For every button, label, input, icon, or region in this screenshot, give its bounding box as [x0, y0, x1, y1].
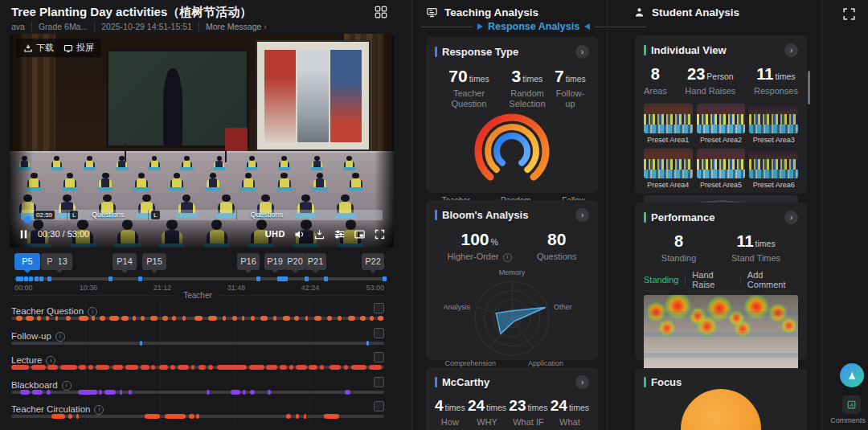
card-mccarthy: McCarthy › 4timesHow24timesWHY23timesWha…: [426, 367, 598, 430]
ai-assistant-button[interactable]: [840, 363, 864, 387]
preset-area-label: Preset Area4: [644, 181, 693, 189]
tab-response-analysis[interactable]: Response Analysis: [421, 21, 646, 32]
card-response-type: Response Type › 70timesTeacher Question3…: [426, 37, 598, 193]
page-button-p19[interactable]: P19: [264, 253, 285, 270]
preset-area-thumb: [749, 149, 798, 178]
page-button-p22[interactable]: P22: [362, 253, 384, 270]
settings-sliders-icon[interactable]: [334, 228, 346, 240]
stat-teacher-question: 70timesTeacher Question: [435, 67, 503, 109]
track-checkbox-blackboard[interactable]: [374, 377, 384, 387]
pip-icon[interactable]: [354, 228, 366, 240]
cast-screen-button[interactable]: 投屏: [63, 42, 94, 54]
meta-item: Grade 6Ma...: [31, 22, 94, 31]
more-message-link[interactable]: More Message›: [199, 22, 273, 31]
page-button-p16[interactable]: P16: [237, 253, 260, 270]
preset-area-thumb: [644, 104, 693, 133]
card-title: Focus: [651, 376, 798, 388]
tab-add-comment[interactable]: Add Comment: [747, 270, 798, 289]
chevron-right-icon[interactable]: ›: [575, 208, 589, 222]
quality-button[interactable]: UHD: [265, 229, 285, 239]
track-checkbox-teacher-circulation[interactable]: [374, 401, 384, 412]
preset-area-4[interactable]: Preset Area4: [644, 149, 693, 189]
seek-marker-l2: L: [151, 211, 159, 219]
preset-area-label: Preset Area1: [644, 136, 693, 144]
chevron-right-icon[interactable]: ›: [784, 211, 798, 224]
preset-area-5[interactable]: Preset Area5: [697, 149, 746, 189]
tab-standing[interactable]: Standing: [644, 275, 678, 285]
card-individual-view: Individual View › 8Areas23PersonHand Rai…: [635, 35, 807, 194]
preset-area-thumb: [749, 104, 798, 133]
volume-icon[interactable]: [293, 228, 305, 240]
card-title: Individual View: [651, 44, 784, 56]
track-checkbox-lecture[interactable]: [374, 352, 384, 362]
page-bar: PP5P13P14P15P16P19P20P21P22: [14, 253, 384, 274]
tab-hand-raise[interactable]: Hand Raise: [692, 270, 734, 289]
comment-edit-icon: [846, 399, 857, 410]
comments-button[interactable]: [842, 395, 861, 414]
preset-area-2[interactable]: Preset Area2: [697, 104, 746, 144]
preset-area-thumb: [697, 104, 746, 133]
download-icon[interactable]: [313, 228, 326, 240]
teaching-analysis-title: Teaching Analysis: [444, 6, 538, 18]
stat-areas: 8Areas: [644, 65, 667, 96]
video-player[interactable]: 下载 投屏 02:59 L L Questions Questions 00:3…: [10, 34, 394, 248]
download-icon: [23, 43, 33, 53]
page-button-partial[interactable]: P: [41, 253, 59, 270]
seek-time-chip: 02:59: [34, 211, 55, 219]
preset-areas-grid: Preset Area1Preset Area2Preset Area3Pres…: [644, 104, 798, 189]
seek-marker-l1: L: [70, 211, 78, 219]
teaching-analysis-header: Teaching Analysis: [426, 6, 538, 18]
stat-responses: 11timesResponses: [754, 65, 798, 96]
info-icon: i: [94, 405, 104, 415]
mccarthy-stats: 4timesHow24timesWHY23timesWhat IF24times…: [435, 397, 589, 428]
track-bar-teacher-question[interactable]: [11, 317, 384, 320]
page-button-p14[interactable]: P14: [113, 253, 137, 270]
preset-area-label: Preset Area6: [749, 181, 798, 189]
track-checkbox-follow-up[interactable]: [374, 328, 384, 338]
preset-area-thumb: [697, 149, 746, 178]
preset-area-6[interactable]: Preset Area6: [749, 149, 798, 189]
track-row-lecture: Lecturei: [11, 352, 384, 377]
response-type-stats: 70timesTeacher Question3timesRandom Sele…: [435, 67, 589, 109]
preset-area-1[interactable]: Preset Area1: [644, 104, 693, 144]
download-video-button[interactable]: 下载: [23, 42, 54, 54]
grid-view-icon[interactable]: [375, 6, 387, 18]
track-bar-follow-up[interactable]: [11, 342, 384, 345]
track-label: Follow-up: [11, 331, 51, 341]
page-button-p15[interactable]: P15: [142, 253, 166, 270]
svg-text:Other: Other: [554, 303, 572, 311]
card-bloom-analysis: Bloom's Analysis › 100%Higher-Orderi80Qu…: [426, 200, 598, 360]
fullscreen-icon[interactable]: [374, 228, 386, 240]
preset-area-label: Preset Area2: [697, 136, 746, 144]
track-checkbox-teacher-question[interactable]: [374, 303, 384, 313]
bloom-radar-chart: MemoryOtherApplicationComprehensionAnaly…: [435, 264, 589, 370]
performance-stats: 8Standing11timesStand Times: [644, 232, 798, 264]
page-button-p5[interactable]: P5: [14, 253, 40, 270]
stat-what: 24timesWhat: [551, 397, 589, 428]
track-label: Lecture: [11, 355, 42, 365]
teaching-analysis-icon: [426, 6, 438, 18]
individual-stats: 8Areas23PersonHand Raises11timesResponse…: [644, 65, 798, 96]
stat-higher-order: 100%Higher-Orderi: [448, 230, 512, 262]
page-button-p21[interactable]: P21: [305, 253, 326, 270]
chevron-right-icon[interactable]: ›: [575, 375, 589, 389]
track-bar-blackboard[interactable]: [11, 391, 384, 394]
svg-text:Comprehension: Comprehension: [444, 359, 496, 367]
stat-what-if: 23timesWhat IF: [509, 397, 547, 428]
chevron-right-icon[interactable]: ›: [575, 45, 589, 59]
meta-row: avaGrade 6Ma...2025-10-29 14:51-15:51Mor…: [11, 22, 273, 31]
card-title: Performance: [651, 211, 784, 223]
page-button-p20[interactable]: P20: [285, 253, 305, 270]
preset-area-3[interactable]: Preset Area3: [749, 104, 798, 144]
track-bar-teacher-circulation[interactable]: [11, 415, 384, 418]
expand-fullscreen-icon[interactable]: [841, 6, 857, 22]
video-controls: 00:30 / 53:00 UHD: [10, 220, 394, 248]
scrollbar-thumb[interactable]: [808, 71, 810, 104]
track-bar-lecture[interactable]: [11, 366, 384, 369]
pause-button[interactable]: [18, 228, 30, 240]
chevron-right-icon[interactable]: ›: [784, 43, 798, 57]
stat-standing: 8Standing: [661, 232, 696, 264]
seek-bar[interactable]: 02:59 L L Questions Questions: [21, 210, 382, 220]
preset-area-label: Preset Area5: [697, 181, 746, 189]
info-icon: i: [62, 381, 72, 391]
